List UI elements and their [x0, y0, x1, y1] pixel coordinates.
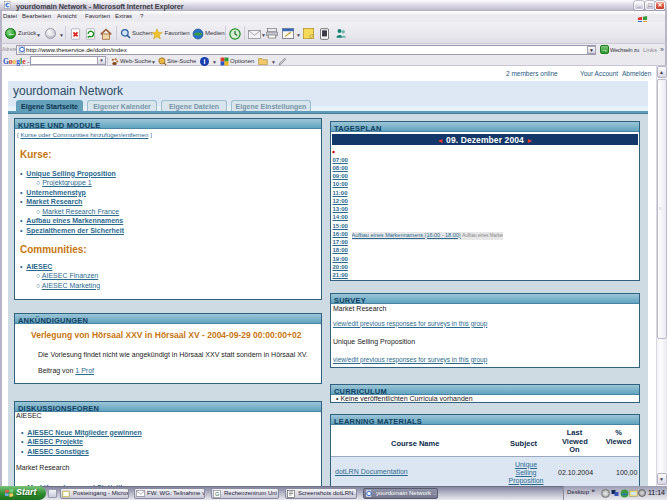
- svg-text:G: G: [215, 491, 219, 497]
